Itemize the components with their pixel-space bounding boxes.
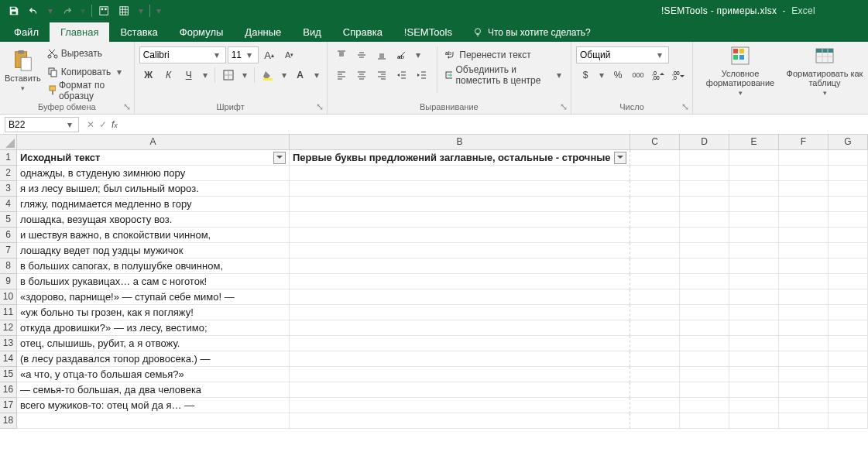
align-middle-icon[interactable] [352, 46, 371, 63]
cell-G10[interactable] [829, 289, 868, 305]
cell-D7[interactable] [680, 243, 729, 259]
cell-A11[interactable]: «уж больно ты грозен, как я погляжу! [17, 305, 290, 320]
cell-A4[interactable]: гляжу, поднимается медленно в гору [17, 197, 290, 212]
cell-A5[interactable]: лошадка, везущая хворосту воз. [17, 212, 290, 228]
copy-button[interactable]: Копировать▾ [44, 63, 129, 80]
col-F[interactable]: F [779, 135, 829, 150]
paste-button[interactable]: Вставить ▾ [5, 43, 41, 98]
cell-F10[interactable] [779, 289, 829, 305]
cell-D17[interactable] [680, 398, 729, 413]
cell-A6[interactable]: и шествуя важно, в спокойствии чинном, [17, 228, 290, 243]
currency-icon[interactable]: $ [576, 67, 595, 84]
font-color-button[interactable]: A [291, 67, 310, 84]
borders-dd[interactable]: ▾ [239, 70, 250, 80]
redo-icon[interactable] [57, 2, 76, 19]
col-D[interactable]: D [680, 135, 729, 150]
cell-D9[interactable] [680, 274, 729, 289]
row-4[interactable]: 4 [0, 197, 17, 212]
cell-E15[interactable] [729, 367, 779, 382]
cell-B17[interactable] [290, 398, 630, 413]
tell-me-search[interactable]: Что вы хотите сделать? [463, 23, 600, 42]
cell-F15[interactable] [779, 367, 829, 382]
cell-D10[interactable] [680, 289, 729, 305]
cell-D1[interactable] [680, 150, 729, 166]
cell-E5[interactable] [729, 212, 779, 228]
cell-D18[interactable] [680, 413, 729, 429]
row-5[interactable]: 5 [0, 212, 17, 228]
cell-C1[interactable] [630, 150, 680, 166]
cell-C2[interactable] [630, 166, 680, 181]
clipboard-launcher[interactable]: ⤡ [122, 101, 132, 112]
decrease-indent-icon[interactable] [393, 67, 411, 84]
cell-A16[interactable]: — семья-то большая, да два человека [17, 382, 290, 398]
font-launcher[interactable]: ⤡ [314, 101, 325, 112]
cell-E3[interactable] [729, 181, 779, 197]
increase-decimal-icon[interactable]: ,0,00 [649, 67, 667, 84]
cell-B8[interactable] [290, 259, 630, 274]
fontcolor-dd[interactable]: ▾ [311, 70, 322, 80]
cell-D14[interactable] [680, 351, 729, 367]
cell-D6[interactable] [680, 228, 729, 243]
col-G[interactable]: G [829, 135, 868, 150]
cell-A18[interactable] [17, 413, 290, 429]
bold-button[interactable]: Ж [139, 67, 158, 84]
undo-icon[interactable] [25, 2, 43, 19]
underline-dd[interactable]: ▾ [200, 70, 211, 80]
cell-G4[interactable] [829, 197, 868, 212]
row-1[interactable]: 1 [0, 150, 17, 166]
cell-E2[interactable] [729, 166, 779, 181]
cell-E10[interactable] [729, 289, 779, 305]
filter-a[interactable] [273, 152, 286, 164]
cell-C5[interactable] [630, 212, 680, 228]
cell-C3[interactable] [630, 181, 680, 197]
cell-C4[interactable] [630, 197, 680, 212]
cell-G2[interactable] [829, 166, 868, 181]
cell-D2[interactable] [680, 166, 729, 181]
cell-D8[interactable] [680, 259, 729, 274]
row-6[interactable]: 6 [0, 228, 17, 243]
cell-G14[interactable] [829, 351, 868, 367]
fx-icon[interactable]: fx [112, 119, 118, 130]
cell-E1[interactable] [729, 150, 779, 166]
cell-B14[interactable] [290, 351, 630, 367]
cell-G13[interactable] [829, 336, 868, 351]
cell-C12[interactable] [630, 320, 680, 336]
enter-formula-icon[interactable]: ✓ [99, 119, 107, 130]
cell-B4[interactable] [290, 197, 630, 212]
tab-semtools[interactable]: !SEMTools [393, 22, 463, 42]
cell-C10[interactable] [630, 289, 680, 305]
underline-button[interactable]: Ч [180, 67, 198, 84]
increase-font-icon[interactable]: A▴ [260, 46, 279, 63]
cell-D11[interactable] [680, 305, 729, 320]
col-A[interactable]: A [17, 135, 290, 150]
save-icon[interactable] [5, 2, 23, 19]
align-right-icon[interactable] [372, 67, 391, 84]
cell-C7[interactable] [630, 243, 680, 259]
row-10[interactable]: 10 [0, 289, 17, 305]
cell-F5[interactable] [779, 212, 829, 228]
row-17[interactable]: 17 [0, 398, 17, 413]
cell-D3[interactable] [680, 181, 729, 197]
col-B[interactable]: B [290, 135, 630, 150]
qat-icon-1[interactable] [95, 2, 114, 19]
row-18[interactable]: 18 [0, 413, 17, 429]
cell-E13[interactable] [729, 336, 779, 351]
font-name-select[interactable]: Calibri▾ [139, 46, 226, 63]
cell-F2[interactable] [779, 166, 829, 181]
cell-E16[interactable] [729, 382, 779, 398]
cell-F1[interactable] [779, 150, 829, 166]
name-box[interactable]: B22▾ [5, 117, 79, 132]
cell-A1[interactable]: Исходный текст [17, 150, 290, 166]
row-12[interactable]: 12 [0, 320, 17, 336]
cell-G17[interactable] [829, 398, 868, 413]
cell-E4[interactable] [729, 197, 779, 212]
cell-B15[interactable] [290, 367, 630, 382]
cell-F4[interactable] [779, 197, 829, 212]
cell-G6[interactable] [829, 228, 868, 243]
format-as-table-button[interactable]: Форматировать как таблицу▾ [786, 43, 863, 98]
cell-A12[interactable]: откуда дровишки?» — из лесу, вестимо; [17, 320, 290, 336]
cell-C17[interactable] [630, 398, 680, 413]
cell-A17[interactable]: всего мужиков-то: отец мой да я… — [17, 398, 290, 413]
align-bottom-icon[interactable] [372, 46, 391, 63]
row-headers[interactable]: 123456789101112131415161718 [0, 150, 17, 429]
